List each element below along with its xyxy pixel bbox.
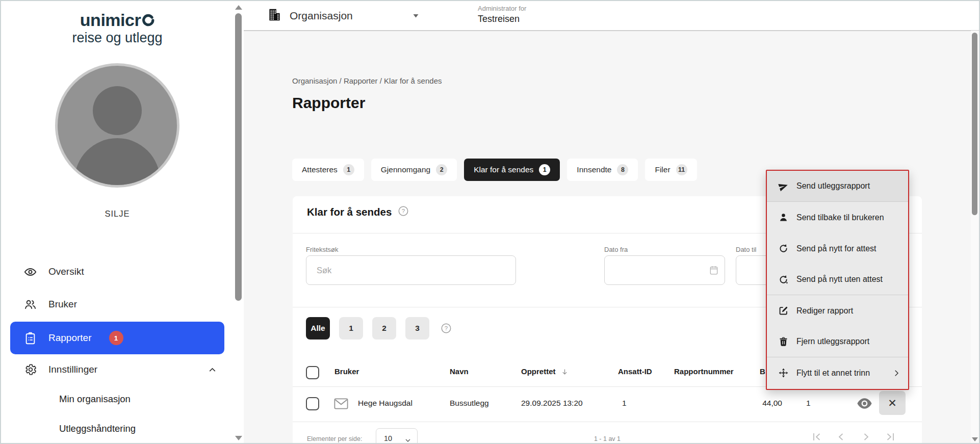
- menu-item-label: Flytt til et annet trinn: [796, 369, 870, 378]
- sidebar-item-innstillinger[interactable]: Innstillinger: [1, 356, 234, 383]
- tab-count-badge: 1: [539, 164, 550, 175]
- envelope-icon: [333, 398, 349, 412]
- user-name: SILJE: [1, 209, 234, 219]
- row-actions-context-menu: Send utleggsrapport Send tilbake til bru…: [766, 170, 909, 390]
- sidebar-item-label: Rapporter: [48, 332, 92, 344]
- column-header-belop-partial[interactable]: B: [760, 367, 765, 376]
- sidebar-item-oversikt[interactable]: Oversikt: [1, 258, 234, 285]
- column-header-rapportnummer[interactable]: Rapportnummer: [674, 367, 734, 376]
- tab-klar-for-a-sendes[interactable]: Klar for å sendes 1: [464, 159, 560, 181]
- tab-label: Innsendte: [577, 165, 611, 174]
- menu-item-label: Send utleggsrapport: [796, 181, 870, 191]
- sidebar-item-rapporter[interactable]: Rapporter 1: [10, 322, 224, 354]
- sidebar-scrollbar[interactable]: [234, 1, 244, 443]
- first-page-icon[interactable]: [811, 431, 823, 443]
- help-icon[interactable]: ?: [441, 323, 452, 336]
- menu-item-flytt-til-annet-trinn[interactable]: Flytt til et annet trinn: [767, 357, 908, 388]
- column-header-label: Opprettet: [521, 367, 556, 376]
- app-window: unimicr reise og utlegg SILJE Oversikt B…: [0, 0, 980, 444]
- search-label: Fritekstsøk: [306, 246, 339, 253]
- column-header-ansatt-id[interactable]: Ansatt-ID: [618, 367, 652, 376]
- menu-item-send-pa-nytt-for-attest[interactable]: Send på nytt for attest: [767, 233, 908, 264]
- close-row-actions-button[interactable]: ✕: [879, 391, 906, 415]
- svg-text:?: ?: [402, 208, 405, 214]
- main-scrollbar-thumb[interactable]: [972, 33, 977, 215]
- refresh-alt-icon: [778, 274, 789, 285]
- sidebar-subitem-utleggshandtering[interactable]: Utleggshåndtering: [1, 415, 234, 442]
- menu-item-send-utleggsrapport[interactable]: Send utleggsrapport: [767, 171, 908, 202]
- tab-bar: Attesteres 1 Gjennomgang 2 Klar for å se…: [292, 159, 697, 181]
- page-title: Rapporter: [292, 94, 365, 112]
- cell-bruker: Hege Haugsdal: [358, 399, 412, 408]
- search-input[interactable]: [306, 255, 516, 285]
- breadcrumb[interactable]: Organisasjon / Rapporter / Klar for å se…: [292, 76, 442, 85]
- avatar-body-shape: [74, 138, 160, 188]
- row-checkbox[interactable]: [306, 397, 319, 410]
- caret-down-icon: [412, 13, 420, 18]
- menu-item-send-pa-nytt-uten-attest[interactable]: Send på nytt uten attest: [767, 264, 908, 295]
- sidebar-subitem-label: Utleggshåndtering: [59, 423, 136, 434]
- table-footer: Elementer per side: 10 1 - 1 av 1: [293, 422, 922, 444]
- column-header-bruker[interactable]: Bruker: [334, 367, 359, 376]
- scroll-down-arrow-icon[interactable]: [235, 436, 242, 440]
- menu-item-send-tilbake[interactable]: Send tilbake til brukeren: [767, 202, 908, 233]
- sidebar-item-bruker[interactable]: Bruker: [1, 291, 234, 318]
- sidebar-item-label: Oversikt: [48, 266, 84, 277]
- date-from-label: Dato fra: [604, 246, 628, 253]
- move-icon: [778, 368, 789, 378]
- menu-item-label: Send på nytt for attest: [796, 244, 876, 253]
- filter-chip-3[interactable]: 3: [405, 317, 429, 339]
- gear-icon: [23, 363, 37, 377]
- menu-item-label: Rediger rapport: [796, 306, 853, 316]
- tab-filer[interactable]: Filer 11: [645, 159, 697, 181]
- edit-icon: [778, 305, 789, 316]
- scroll-up-arrow-icon[interactable]: [235, 5, 242, 10]
- brand-text: unimicr: [80, 10, 141, 30]
- filter-chip-alle[interactable]: Alle: [306, 317, 330, 339]
- rapporter-count-badge: 1: [109, 331, 123, 345]
- sidebar: unimicr reise og utlegg SILJE Oversikt B…: [1, 1, 234, 443]
- chevron-up-icon: [207, 364, 218, 375]
- menu-item-fjern-utleggsrapport[interactable]: Fjern utleggsrapport: [767, 326, 908, 357]
- help-icon[interactable]: ?: [398, 205, 409, 219]
- view-eye-icon[interactable]: [857, 398, 872, 411]
- admin-context: Administrator for Testreisen: [478, 5, 526, 25]
- filter-chip-1[interactable]: 1: [339, 317, 363, 339]
- menu-item-rediger-rapport[interactable]: Rediger rapport: [767, 295, 908, 326]
- person-icon: [778, 212, 789, 223]
- previous-page-icon[interactable]: [835, 431, 847, 443]
- table-row[interactable]: Hege Haugsdal Bussutlegg 29.09.2025 13:2…: [293, 386, 922, 422]
- tab-count-badge: 8: [617, 164, 628, 175]
- main-scrollbar[interactable]: [971, 31, 979, 443]
- date-from-input[interactable]: [604, 255, 725, 285]
- column-header-opprettet[interactable]: Opprettet: [521, 367, 569, 377]
- send-icon: [778, 181, 789, 192]
- tab-label: Filer: [655, 165, 670, 174]
- avatar-head-shape: [93, 86, 142, 135]
- close-icon: ✕: [888, 397, 897, 409]
- last-page-icon[interactable]: [884, 431, 896, 443]
- filter-chip-2[interactable]: 2: [372, 317, 396, 339]
- sidebar-subitem-min-organisasjon[interactable]: Min organisasjon: [1, 386, 234, 412]
- select-all-checkbox[interactable]: [306, 366, 319, 379]
- avatar: [55, 63, 179, 188]
- panel-heading: Klar for å sendes: [307, 206, 392, 218]
- cell-ansatt-id: 1: [622, 399, 627, 408]
- tab-innsendte[interactable]: Innsendte 8: [567, 159, 638, 181]
- tab-gjennomgang[interactable]: Gjennomgang 2: [371, 159, 457, 181]
- sidebar-scrollbar-thumb[interactable]: [235, 13, 242, 301]
- sidebar-item-label: Innstillinger: [48, 364, 97, 375]
- chip-label: 3: [415, 324, 420, 333]
- sort-down-icon: [561, 368, 569, 377]
- tab-count-badge: 1: [343, 164, 354, 175]
- building-icon: [268, 8, 281, 24]
- next-page-icon[interactable]: [860, 431, 872, 443]
- organisation-selector[interactable]: Organisasjon: [268, 8, 420, 24]
- tab-attesteres[interactable]: Attesteres 1: [292, 159, 364, 181]
- scroll-down-arrow-icon[interactable]: [972, 437, 978, 441]
- chip-label: 2: [382, 324, 386, 333]
- column-header-navn[interactable]: Navn: [450, 367, 469, 376]
- menu-item-label: Send tilbake til brukeren: [796, 213, 884, 222]
- brand-circle-arrow-icon: [141, 13, 154, 29]
- svg-text:?: ?: [445, 325, 448, 331]
